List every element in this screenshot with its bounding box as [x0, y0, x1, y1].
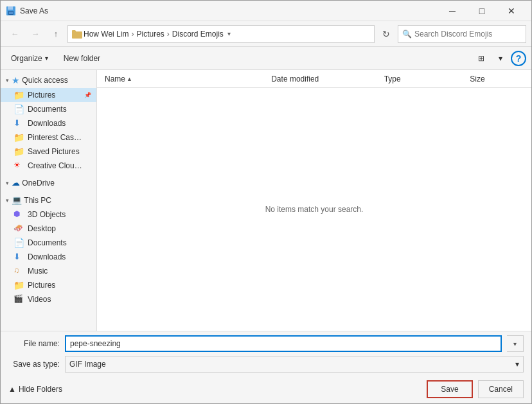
file-name-input[interactable] — [65, 335, 502, 352]
refresh-button[interactable]: ↻ — [377, 25, 395, 43]
file-name-label: File name: — [8, 339, 60, 348]
toolbar: Organize ▾ New folder ⊞ ▾ ? — [1, 47, 531, 70]
save-type-dropdown-icon: ▾ — [515, 360, 519, 369]
title-bar: Save As ─ □ ✕ — [1, 1, 531, 21]
close-button[interactable]: ✕ — [497, 1, 526, 21]
folder-icon-saved: 📁 — [13, 146, 24, 157]
sidebar-item-pinterest[interactable]: 📁 Pinterest Case St... — [1, 130, 96, 145]
sidebar-item-pictures-quick[interactable]: 📁 Pictures 📌 — [1, 88, 96, 102]
sidebar: ▾ ★ Quick access 📁 Pictures 📌 📄 Document… — [1, 70, 97, 331]
thispc-header[interactable]: ▾ 💻 This PC — [1, 193, 96, 207]
col-header-name[interactable]: Name ▲ — [102, 73, 269, 85]
music-icon: ♫ — [13, 266, 24, 276]
breadcrumb[interactable]: How Wei Lim › Pictures › Discord Emojis … — [67, 25, 375, 43]
col-header-date[interactable]: Date modified — [269, 73, 381, 85]
maximize-button[interactable]: □ — [467, 1, 497, 21]
documents-icon: 📄 — [13, 104, 24, 114]
col-header-type[interactable]: Type — [382, 73, 468, 85]
folder-icon — [72, 30, 82, 39]
save-type-select[interactable]: GIF Image ▾ — [65, 356, 524, 373]
sidebar-item-music[interactable]: ♫ Music — [1, 264, 96, 278]
video-icon: 🎬 — [13, 294, 24, 304]
up-button[interactable]: ↑ — [47, 25, 65, 43]
svg-rect-1 — [8, 6, 13, 10]
sidebar-item-saved-pictures[interactable]: 📁 Saved Pictures — [1, 145, 96, 159]
folder-icon: 📁 — [13, 90, 24, 100]
pc-icon: 💻 — [12, 195, 22, 205]
sidebar-item-3dobjects[interactable]: ⬢ 3D Objects — [1, 207, 96, 222]
thispc-section: ▾ 💻 This PC ⬢ 3D Objects 🛷 Desktop 📄 Doc… — [1, 193, 96, 306]
file-name-row: File name: ▾ — [1, 331, 531, 355]
search-box[interactable]: 🔍 — [398, 25, 526, 43]
title-controls: ─ □ ✕ — [438, 1, 526, 21]
onedrive-label: OneDrive — [22, 179, 55, 188]
sidebar-item-downloads-pc[interactable]: ⬇ Downloads — [1, 250, 96, 264]
download-pc-icon: ⬇ — [13, 252, 24, 262]
sidebar-item-creative-cloud[interactable]: ☀ Creative Cloud Fil... — [1, 159, 96, 173]
pin-icon: 📌 — [84, 92, 91, 98]
view-dropdown-button[interactable]: ▾ — [492, 49, 510, 67]
forward-button[interactable]: → — [26, 25, 44, 43]
hide-folders-button[interactable]: ▲ Hide Folders — [8, 385, 62, 394]
help-button[interactable]: ? — [511, 51, 526, 66]
desktop-icon: 🛷 — [13, 224, 24, 234]
view-toggle-button[interactable]: ⊞ — [472, 49, 490, 67]
svg-rect-3 — [9, 12, 13, 14]
breadcrumb-dropdown-icon: ▾ — [227, 30, 231, 37]
file-type-row: Save as type: GIF Image ▾ — [1, 355, 531, 376]
sidebar-item-documents-quick[interactable]: 📄 Documents — [1, 102, 96, 116]
quick-access-header[interactable]: ▾ ★ Quick access — [1, 73, 96, 88]
toolbar-right: ⊞ ▾ ? — [472, 49, 526, 67]
hide-folders-chevron-icon: ▲ — [8, 385, 16, 394]
documents-pc-icon: 📄 — [13, 238, 24, 248]
save-type-value: GIF Image — [69, 360, 106, 369]
cancel-button[interactable]: Cancel — [478, 380, 524, 398]
minimize-button[interactable]: ─ — [438, 1, 467, 21]
sidebar-item-documents-pc[interactable]: 📄 Documents — [1, 236, 96, 250]
back-button[interactable]: ← — [6, 25, 24, 43]
sidebar-item-desktop[interactable]: 🛷 Desktop — [1, 222, 96, 236]
folder-icon-pictures-pc: 📁 — [13, 280, 24, 290]
action-buttons: Save Cancel — [427, 380, 524, 398]
new-folder-button[interactable]: New folder — [58, 50, 105, 67]
quick-access-star-icon: ★ — [12, 75, 20, 85]
file-header: Name ▲ Date modified Type Size — [97, 70, 531, 88]
file-name-dropdown[interactable]: ▾ — [507, 335, 524, 352]
sidebar-item-videos[interactable]: 🎬 Videos — [1, 292, 96, 306]
organize-dropdown-icon: ▾ — [45, 55, 48, 62]
sidebar-item-downloads-quick[interactable]: ⬇ Downloads — [1, 116, 96, 130]
creative-cloud-icon: ☀ — [13, 161, 24, 171]
title-bar-left: Save As — [6, 6, 48, 16]
action-row: ▲ Hide Folders Save Cancel — [1, 376, 531, 403]
download-icon: ⬇ — [13, 118, 24, 128]
hide-folders-label: Hide Folders — [19, 385, 62, 394]
file-area: Name ▲ Date modified Type Size No items … — [97, 70, 531, 331]
save-button[interactable]: Save — [427, 380, 472, 398]
quick-access-label: Quick access — [22, 76, 67, 85]
address-bar: ← → ↑ How Wei Lim › Pictures › Discord E… — [1, 21, 531, 47]
save-type-label: Save as type: — [8, 360, 60, 369]
bottom-bar: File name: ▾ Save as type: GIF Image ▾ ▲… — [1, 331, 531, 403]
sidebar-item-pictures-pc[interactable]: 📁 Pictures — [1, 278, 96, 292]
window-icon — [6, 6, 16, 16]
save-as-dialog: Save As ─ □ ✕ ← → ↑ How Wei Lim › Pictur… — [0, 0, 532, 404]
onedrive-section: ▾ ☁ OneDrive — [1, 175, 96, 190]
title-text: Save As — [20, 6, 48, 15]
3dobjects-icon: ⬢ — [13, 209, 24, 220]
folder-icon-pinterest: 📁 — [13, 132, 24, 143]
onedrive-icon: ☁ — [12, 178, 20, 188]
onedrive-chevron: ▾ — [6, 180, 9, 186]
thispc-chevron: ▾ — [6, 197, 9, 204]
breadcrumb-item-2: Pictures — [136, 30, 164, 39]
thispc-label: This PC — [24, 196, 51, 205]
file-list: No items match your search. — [97, 88, 531, 331]
onedrive-header[interactable]: ▾ ☁ OneDrive — [1, 175, 96, 190]
breadcrumb-item-1: How Wei Lim — [84, 30, 129, 39]
search-icon: 🔍 — [402, 30, 412, 39]
empty-message: No items match your search. — [265, 205, 364, 214]
breadcrumb-item-3: Discord Emojis — [172, 30, 224, 39]
organize-button[interactable]: Organize ▾ — [6, 50, 53, 67]
main-area: ▾ ★ Quick access 📁 Pictures 📌 📄 Document… — [1, 70, 531, 331]
col-header-size[interactable]: Size — [467, 73, 526, 85]
search-input[interactable] — [414, 30, 522, 39]
